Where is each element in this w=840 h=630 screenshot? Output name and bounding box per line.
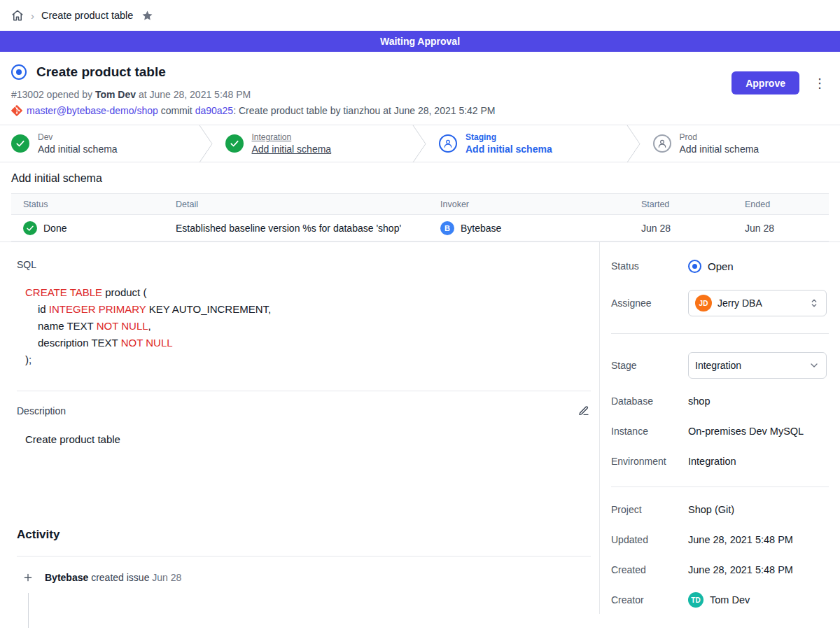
stage-env-label: Prod (680, 132, 760, 142)
activity-title: Activity (17, 528, 591, 542)
assignee-row: Assignee JD Jerry DBA (611, 290, 829, 316)
star-icon[interactable] (141, 10, 153, 22)
issue-open-icon (11, 64, 27, 80)
sql-label: SQL (17, 259, 591, 270)
environment-row: Environment Integration (611, 453, 829, 470)
stage-task-label: Add initial schema (252, 144, 332, 155)
instance-value[interactable]: On-premises Dev MySQL (688, 426, 804, 437)
stage-value: Integration (695, 360, 741, 371)
assignee-select[interactable]: JD Jerry DBA (688, 290, 827, 316)
stage-separator (199, 125, 213, 162)
approve-button[interactable]: Approve (732, 71, 799, 94)
assignee-avatar: JD (695, 295, 712, 312)
task-table: Status Detail Invoker Started Ended Done… (11, 193, 829, 241)
stage-task-label: Add initial schema (38, 144, 118, 155)
task-invoker: Bytebase (461, 223, 501, 234)
pipeline-stage-integration[interactable]: Integration Add initial schema (213, 125, 413, 162)
activity-item: Bytebase created issue Jun 28 (17, 569, 591, 586)
task-section: Add initial schema Status Detail Invoker… (0, 162, 840, 241)
pipeline-stage-bar: Dev Add initial schema Integration Add i… (0, 125, 840, 162)
database-row: Database shop (611, 393, 829, 410)
assignee-value: Jerry DBA (718, 298, 762, 309)
divider (611, 333, 829, 334)
stage-task-label: Add initial schema (465, 144, 552, 155)
commit-branch-link[interactable]: master@bytebase-demo/shop (27, 105, 158, 116)
divider (17, 391, 591, 391)
done-check-icon (23, 221, 37, 235)
project-value[interactable]: Shop (Git) (688, 504, 734, 515)
git-icon (11, 105, 22, 116)
person-circle-icon (653, 134, 671, 153)
created-value: June 28, 2021 5:48 PM (688, 564, 793, 575)
environment-value: Integration (688, 456, 736, 467)
project-row: Project Shop (Git) (611, 501, 829, 518)
pipeline-stage-staging[interactable]: Staging Add initial schema (426, 125, 626, 162)
issue-header: Create product table Approve ⋮ #13002 op… (0, 52, 840, 125)
issue-title: Create product table (36, 64, 166, 80)
instance-row: Instance On-premises Dev MySQL (611, 423, 829, 440)
bytebase-avatar: B (440, 221, 454, 235)
commit-hash-link[interactable]: da90a25 (195, 105, 234, 116)
issue-id: #13002 (11, 89, 44, 100)
task-detail: Established baseline version %s for data… (164, 223, 428, 234)
activity-date: Jun 28 (152, 572, 181, 583)
task-status: Done (43, 223, 66, 234)
chevron-right-icon: › (31, 10, 34, 21)
check-circle-icon (225, 134, 244, 153)
pipeline-stage-dev[interactable]: Dev Add initial schema (0, 125, 199, 162)
stage-row: Stage Integration (611, 352, 829, 379)
commit-line: master@bytebase-demo/shop commit da90a25… (11, 105, 829, 116)
edit-pencil-icon[interactable] (577, 404, 591, 418)
issue-meta: #13002 opened by Tom Dev at June 28, 202… (11, 89, 829, 100)
creator-value: Tom Dev (710, 594, 750, 606)
stage-env-label: Dev (38, 132, 118, 142)
status-row: Status Open (611, 258, 829, 274)
updown-chevron-icon (808, 298, 820, 309)
commit-message: : Create product table by tianzhou at Ju… (233, 105, 495, 116)
created-row: Created June 28, 2021 5:48 PM (611, 561, 829, 578)
status-value: Open (708, 260, 734, 272)
timeline-line (28, 593, 29, 628)
main-panel: SQL CREATE TABLE product (id INTEGER PRI… (0, 242, 599, 614)
kebab-menu-icon[interactable]: ⋮ (811, 76, 829, 91)
task-section-title: Add initial schema (11, 172, 829, 185)
updated-row: Updated June 28, 2021 5:48 PM (611, 531, 829, 548)
task-started: Jun 28 (629, 223, 733, 234)
stage-env-label: Integration (252, 132, 332, 142)
activity-actor: Bytebase (45, 572, 88, 583)
person-circle-icon (439, 134, 457, 153)
creator-row: Creator TD Tom Dev (611, 592, 829, 608)
content-area: SQL CREATE TABLE product (id INTEGER PRI… (0, 241, 840, 614)
stage-separator (626, 125, 640, 162)
stage-env-label: Staging (465, 132, 552, 142)
check-circle-icon (11, 134, 29, 153)
plus-icon (20, 569, 36, 586)
database-value[interactable]: shop (688, 396, 710, 407)
stage-select[interactable]: Integration (688, 352, 827, 379)
home-icon[interactable] (11, 9, 24, 22)
task-table-header: Status Detail Invoker Started Ended (11, 194, 829, 215)
stage-task-label: Add initial schema (680, 144, 760, 155)
description-text: Create product table (25, 433, 591, 445)
stage-separator (412, 125, 426, 162)
divider (611, 486, 829, 487)
task-table-row[interactable]: Done Established baseline version %s for… (11, 215, 829, 241)
activity-action: created issue (91, 572, 149, 583)
sql-code-block: CREATE TABLE product (id INTEGER PRIMARY… (25, 284, 591, 368)
issue-author: Tom Dev (95, 89, 136, 100)
chevron-down-icon (808, 360, 820, 371)
pipeline-stage-prod[interactable]: Prod Add initial schema (640, 125, 840, 162)
divider (17, 556, 591, 556)
description-label: Description (17, 405, 66, 416)
breadcrumb: › Create product table (0, 0, 840, 31)
breadcrumb-title[interactable]: Create product table (41, 10, 133, 21)
issue-sidebar: Status Open Assignee JD Jerry DBA Stage … (599, 242, 840, 614)
creator-avatar: TD (688, 592, 704, 608)
issue-opened-time: June 28, 2021 5:48 PM (149, 89, 251, 100)
waiting-approval-banner: Waiting Approval (0, 31, 840, 52)
status-open-icon (688, 260, 701, 273)
updated-value: June 28, 2021 5:48 PM (688, 534, 793, 545)
task-ended: Jun 28 (733, 223, 829, 234)
